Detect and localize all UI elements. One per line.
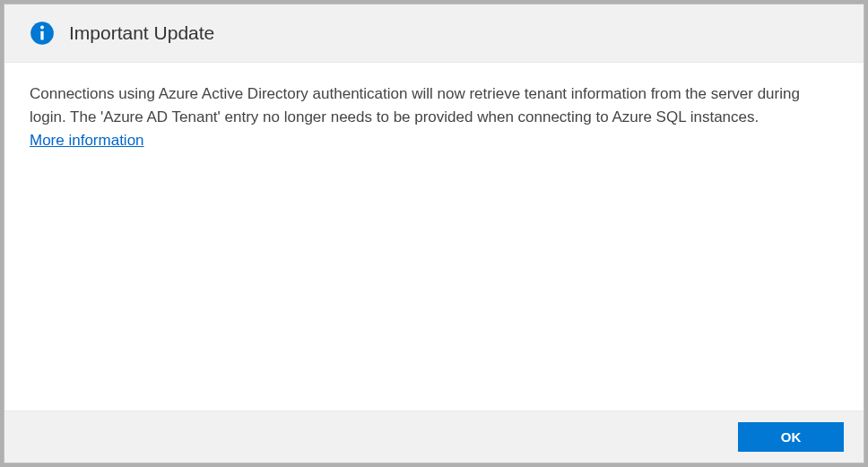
dialog-body: Connections using Azure Active Directory… [4,63,864,411]
dialog-header: Important Update [4,4,864,63]
dialog-footer: OK [4,411,864,463]
ok-button[interactable]: OK [738,422,844,452]
more-information-link[interactable]: More information [30,132,144,150]
info-icon [30,21,55,46]
svg-rect-1 [40,31,43,40]
dialog-container: Important Update Connections using Azure… [4,4,864,463]
svg-point-2 [40,26,44,30]
dialog-title: Important Update [69,22,214,44]
dialog-message: Connections using Azure Active Directory… [30,82,838,130]
